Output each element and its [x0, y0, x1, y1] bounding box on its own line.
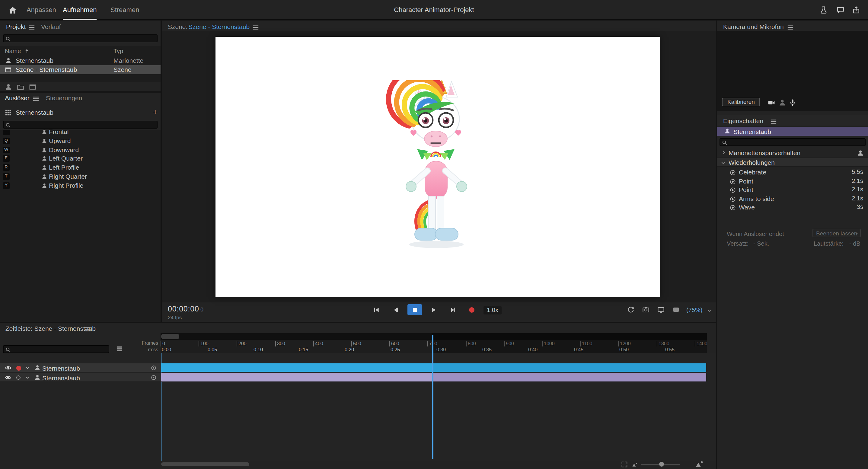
project-search-input[interactable] [3, 34, 158, 42]
tab-steuerungen[interactable]: Steuerungen [46, 94, 82, 101]
play-circle-icon[interactable] [730, 187, 736, 193]
tab-aufnehmen[interactable]: Aufnehmen [63, 0, 97, 20]
go-to-start-button[interactable] [369, 304, 383, 315]
camera-icon[interactable] [768, 99, 775, 106]
trigger-key[interactable]: Y [3, 182, 9, 189]
panel-menu-icon[interactable] [770, 118, 777, 125]
record-button[interactable] [464, 304, 479, 315]
trigger-row[interactable]: R Left Profile [0, 163, 161, 172]
next-frame-button[interactable] [445, 304, 460, 315]
chevron-down-icon[interactable] [25, 375, 30, 380]
tab-verlauf[interactable]: Verlauf [41, 23, 61, 30]
eye-icon[interactable] [5, 374, 11, 381]
body-tracking-icon[interactable] [779, 99, 786, 106]
trigger-key[interactable]: R [3, 164, 9, 170]
tab-anpassen[interactable]: Anpassen [27, 0, 56, 20]
previous-frame-button[interactable] [388, 304, 403, 315]
play-circle-icon[interactable] [730, 204, 736, 210]
behavior-icon[interactable] [857, 150, 864, 156]
playback-speed-button[interactable]: 1.0x [484, 306, 502, 314]
new-folder-icon[interactable] [17, 83, 24, 91]
track-header[interactable]: Sternenstaub [0, 373, 161, 382]
trigger-row[interactable]: Q Upward [0, 136, 161, 146]
zoom-in-mountain-icon[interactable] [695, 460, 703, 468]
patch-icon[interactable] [150, 374, 157, 381]
test-lab-icon[interactable] [820, 6, 828, 14]
patch-icon[interactable] [150, 365, 157, 371]
record-arm-icon[interactable] [16, 366, 21, 370]
behavior-row[interactable]: Marionettenspurverhalten [717, 149, 868, 157]
replays-group-row[interactable]: Wiederholungen [717, 158, 868, 166]
trigger-key[interactable]: E [3, 155, 9, 161]
panel-menu-icon[interactable] [252, 24, 259, 31]
trigger-row[interactable]: Y Right Profile [0, 181, 161, 190]
trigger-key[interactable]: Q [3, 137, 9, 144]
trigger-row[interactable]: W Downward [0, 146, 161, 155]
tab-projekt[interactable]: Projekt [6, 23, 26, 30]
track-bar-take[interactable] [161, 363, 706, 372]
trigger-end-dropdown[interactable]: Beenden lassen [812, 229, 861, 237]
new-puppet-icon[interactable] [5, 83, 12, 91]
stream-output-icon[interactable] [657, 306, 664, 313]
eye-icon[interactable] [5, 365, 11, 371]
scene-name-link[interactable]: Szene - Sternenstaub [188, 23, 250, 30]
chat-icon[interactable] [837, 6, 844, 14]
panel-menu-icon[interactable] [787, 24, 794, 31]
share-icon[interactable] [852, 6, 860, 14]
properties-search-input[interactable] [719, 138, 866, 146]
zoom-slider-knob[interactable] [659, 462, 664, 467]
trigger-key[interactable] [3, 130, 9, 135]
chevron-down-icon[interactable] [707, 308, 712, 313]
trigger-key[interactable]: W [3, 147, 9, 153]
record-arm-icon[interactable] [16, 375, 21, 380]
add-trigger-button[interactable]: + [153, 107, 158, 117]
tab-ausloeser[interactable]: Auslöser [5, 94, 30, 101]
replay-item[interactable]: Arms to side 2.1s [717, 195, 868, 204]
zoom-level-button[interactable]: (75%) [686, 307, 702, 313]
column-header-name[interactable]: Name [5, 48, 21, 54]
trigger-row[interactable]: E Left Quarter [0, 154, 161, 163]
replay-item[interactable]: Wave 3s [717, 204, 868, 212]
horizontal-scrollbar[interactable] [161, 462, 249, 466]
fit-timeline-icon[interactable] [621, 461, 628, 468]
home-icon[interactable] [8, 6, 17, 14]
play-circle-icon[interactable] [730, 178, 736, 184]
selected-puppet-row[interactable]: Sternenstaub [717, 127, 868, 136]
play-circle-icon[interactable] [730, 169, 736, 175]
panel-menu-icon[interactable] [33, 95, 39, 102]
trigger-row[interactable]: Frontal [0, 130, 161, 136]
replay-item[interactable]: Point 2.1s [717, 186, 868, 194]
panel-menu-icon[interactable] [28, 24, 35, 31]
project-row-puppet[interactable]: Sternenstaub Marionette [0, 56, 161, 65]
panel-menu-icon[interactable] [85, 326, 91, 333]
play-button[interactable] [426, 304, 441, 315]
stop-icon [412, 308, 417, 312]
timeline-search-input[interactable] [3, 345, 109, 353]
playhead[interactable] [432, 335, 433, 459]
trigger-row[interactable]: T Right Quarter [0, 172, 161, 181]
trigger-search-input[interactable] [3, 121, 158, 129]
tab-streamen[interactable]: Streamen [111, 0, 139, 20]
calibrate-button[interactable]: Kalibrieren [722, 98, 760, 106]
trigger-key[interactable]: T [3, 173, 9, 180]
replay-item[interactable]: Celebrate 5.5s [717, 168, 868, 177]
snapshot-icon[interactable] [642, 306, 650, 313]
loop-playback-icon[interactable] [627, 306, 634, 313]
chevron-down-icon[interactable] [721, 161, 725, 165]
replay-item[interactable]: Point 2.1s [717, 178, 868, 186]
stop-button[interactable] [407, 304, 422, 315]
track-options-icon[interactable] [116, 345, 123, 352]
chevron-right-icon[interactable] [721, 150, 726, 155]
zoom-out-mountain-icon[interactable] [632, 462, 638, 467]
scrollzoom-thumb[interactable] [161, 334, 179, 339]
project-row-scene[interactable]: Szene - Sternenstaub Szene [0, 65, 161, 74]
microphone-icon[interactable] [789, 99, 796, 106]
new-scene-icon[interactable] [29, 83, 36, 91]
track-bar-take[interactable] [161, 373, 706, 382]
column-header-type[interactable]: Typ [114, 48, 123, 54]
search-icon [5, 347, 11, 352]
chevron-down-icon[interactable] [25, 365, 30, 371]
play-circle-icon[interactable] [730, 196, 736, 202]
matte-background-icon[interactable] [673, 306, 680, 313]
track-header[interactable]: Sternenstaub [0, 363, 161, 372]
